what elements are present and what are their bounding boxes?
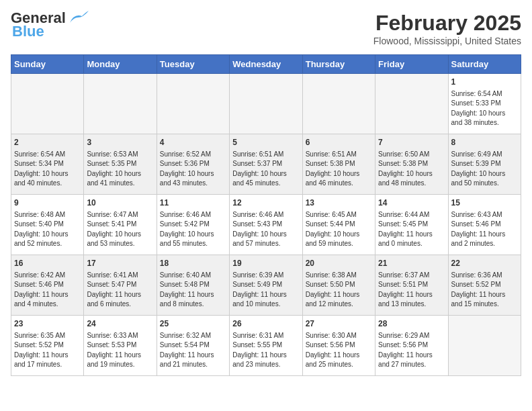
day-number: 9 xyxy=(14,197,81,209)
calendar-cell xyxy=(448,316,521,376)
day-info: Sunrise: 6:45 AM Sunset: 5:44 PM Dayligh… xyxy=(306,210,372,249)
day-number: 6 xyxy=(306,137,372,148)
calendar-cell: 15Sunrise: 6:43 AM Sunset: 5:46 PM Dayli… xyxy=(448,195,521,255)
calendar-cell: 2Sunrise: 6:54 AM Sunset: 5:34 PM Daylig… xyxy=(11,134,84,195)
day-info: Sunrise: 6:33 AM Sunset: 5:53 PM Dayligh… xyxy=(87,331,153,370)
day-number: 20 xyxy=(306,258,372,269)
day-info: Sunrise: 6:30 AM Sunset: 5:56 PM Dayligh… xyxy=(306,331,372,370)
day-info: Sunrise: 6:51 AM Sunset: 5:37 PM Dayligh… xyxy=(232,150,299,189)
calendar-cell: 18Sunrise: 6:40 AM Sunset: 5:48 PM Dayli… xyxy=(157,255,229,316)
day-info: Sunrise: 6:53 AM Sunset: 5:35 PM Dayligh… xyxy=(87,150,153,189)
page-header: General Blue February 2025 Flowood, Miss… xyxy=(11,11,521,46)
calendar-cell: 17Sunrise: 6:41 AM Sunset: 5:47 PM Dayli… xyxy=(84,255,157,316)
day-number: 8 xyxy=(451,137,518,148)
day-info: Sunrise: 6:50 AM Sunset: 5:38 PM Dayligh… xyxy=(378,150,445,189)
day-number: 15 xyxy=(451,197,518,209)
day-info: Sunrise: 6:31 AM Sunset: 5:55 PM Dayligh… xyxy=(232,331,299,370)
calendar-cell: 9Sunrise: 6:48 AM Sunset: 5:40 PM Daylig… xyxy=(11,195,84,255)
calendar-cell: 22Sunrise: 6:36 AM Sunset: 5:52 PM Dayli… xyxy=(448,255,521,316)
month-title: February 2025 xyxy=(373,11,521,36)
day-info: Sunrise: 6:36 AM Sunset: 5:52 PM Dayligh… xyxy=(451,271,518,310)
day-number: 17 xyxy=(87,258,153,269)
day-number: 1 xyxy=(451,77,518,88)
day-info: Sunrise: 6:41 AM Sunset: 5:47 PM Dayligh… xyxy=(87,271,153,310)
day-number: 2 xyxy=(14,137,81,148)
day-number: 18 xyxy=(160,258,226,269)
calendar-week-row: 23Sunrise: 6:35 AM Sunset: 5:52 PM Dayli… xyxy=(11,316,521,376)
calendar-cell: 1Sunrise: 6:54 AM Sunset: 5:33 PM Daylig… xyxy=(448,74,521,134)
calendar-cell: 7Sunrise: 6:50 AM Sunset: 5:38 PM Daylig… xyxy=(375,134,448,195)
calendar-cell xyxy=(84,74,157,134)
day-number: 16 xyxy=(14,258,81,269)
calendar-cell: 21Sunrise: 6:37 AM Sunset: 5:51 PM Dayli… xyxy=(375,255,448,316)
day-info: Sunrise: 6:32 AM Sunset: 5:54 PM Dayligh… xyxy=(160,331,226,370)
logo: General Blue xyxy=(11,11,89,40)
calendar-cell: 14Sunrise: 6:44 AM Sunset: 5:45 PM Dayli… xyxy=(375,195,448,255)
day-number: 3 xyxy=(87,137,153,148)
calendar-cell: 12Sunrise: 6:46 AM Sunset: 5:43 PM Dayli… xyxy=(230,195,302,255)
calendar-cell: 10Sunrise: 6:47 AM Sunset: 5:41 PM Dayli… xyxy=(84,195,157,255)
calendar-cell: 4Sunrise: 6:52 AM Sunset: 5:36 PM Daylig… xyxy=(157,134,229,195)
calendar-cell xyxy=(157,74,229,134)
day-number: 7 xyxy=(378,137,445,148)
weekday-header-sunday: Sunday xyxy=(11,55,84,74)
day-number: 4 xyxy=(160,137,226,148)
calendar-cell: 28Sunrise: 6:29 AM Sunset: 5:56 PM Dayli… xyxy=(375,316,448,376)
logo-bird-icon xyxy=(67,11,89,26)
weekday-header-thursday: Thursday xyxy=(302,55,375,74)
calendar-cell: 8Sunrise: 6:49 AM Sunset: 5:39 PM Daylig… xyxy=(448,134,521,195)
calendar-cell xyxy=(230,74,302,134)
weekday-header-tuesday: Tuesday xyxy=(157,55,229,74)
day-info: Sunrise: 6:51 AM Sunset: 5:38 PM Dayligh… xyxy=(306,150,372,189)
day-info: Sunrise: 6:54 AM Sunset: 5:34 PM Dayligh… xyxy=(14,150,81,189)
title-block: February 2025 Flowood, Mississippi, Unit… xyxy=(373,11,521,46)
calendar-cell: 23Sunrise: 6:35 AM Sunset: 5:52 PM Dayli… xyxy=(11,316,84,376)
day-info: Sunrise: 6:29 AM Sunset: 5:56 PM Dayligh… xyxy=(378,331,445,370)
day-number: 21 xyxy=(378,258,445,269)
calendar-cell xyxy=(302,74,375,134)
day-info: Sunrise: 6:38 AM Sunset: 5:50 PM Dayligh… xyxy=(306,271,372,310)
weekday-header-friday: Friday xyxy=(375,55,448,74)
calendar-week-row: 2Sunrise: 6:54 AM Sunset: 5:34 PM Daylig… xyxy=(11,134,521,195)
calendar-cell: 26Sunrise: 6:31 AM Sunset: 5:55 PM Dayli… xyxy=(230,316,302,376)
day-number: 11 xyxy=(160,197,226,209)
day-number: 22 xyxy=(451,258,518,269)
day-number: 27 xyxy=(306,318,372,330)
day-info: Sunrise: 6:43 AM Sunset: 5:46 PM Dayligh… xyxy=(451,210,518,249)
day-info: Sunrise: 6:46 AM Sunset: 5:43 PM Dayligh… xyxy=(232,210,299,249)
day-info: Sunrise: 6:46 AM Sunset: 5:42 PM Dayligh… xyxy=(160,210,226,249)
day-number: 26 xyxy=(232,318,299,330)
day-info: Sunrise: 6:39 AM Sunset: 5:49 PM Dayligh… xyxy=(232,271,299,310)
calendar-cell: 19Sunrise: 6:39 AM Sunset: 5:49 PM Dayli… xyxy=(230,255,302,316)
day-info: Sunrise: 6:54 AM Sunset: 5:33 PM Dayligh… xyxy=(451,89,518,128)
calendar-cell xyxy=(11,74,84,134)
calendar-cell: 25Sunrise: 6:32 AM Sunset: 5:54 PM Dayli… xyxy=(157,316,229,376)
calendar-cell: 13Sunrise: 6:45 AM Sunset: 5:44 PM Dayli… xyxy=(302,195,375,255)
logo-blue: Blue xyxy=(12,23,44,40)
location: Flowood, Mississippi, United States xyxy=(373,36,521,46)
day-info: Sunrise: 6:42 AM Sunset: 5:46 PM Dayligh… xyxy=(14,271,81,310)
calendar-cell: 24Sunrise: 6:33 AM Sunset: 5:53 PM Dayli… xyxy=(84,316,157,376)
day-info: Sunrise: 6:44 AM Sunset: 5:45 PM Dayligh… xyxy=(378,210,445,249)
day-info: Sunrise: 6:49 AM Sunset: 5:39 PM Dayligh… xyxy=(451,150,518,189)
day-number: 13 xyxy=(306,197,372,209)
calendar-cell: 11Sunrise: 6:46 AM Sunset: 5:42 PM Dayli… xyxy=(157,195,229,255)
calendar-cell: 16Sunrise: 6:42 AM Sunset: 5:46 PM Dayli… xyxy=(11,255,84,316)
day-number: 23 xyxy=(14,318,81,330)
calendar-table: SundayMondayTuesdayWednesdayThursdayFrid… xyxy=(11,54,521,376)
day-number: 5 xyxy=(232,137,299,148)
day-info: Sunrise: 6:37 AM Sunset: 5:51 PM Dayligh… xyxy=(378,271,445,310)
day-info: Sunrise: 6:52 AM Sunset: 5:36 PM Dayligh… xyxy=(160,150,226,189)
day-number: 14 xyxy=(378,197,445,209)
day-number: 10 xyxy=(87,197,153,209)
day-number: 28 xyxy=(378,318,445,330)
calendar-week-row: 9Sunrise: 6:48 AM Sunset: 5:40 PM Daylig… xyxy=(11,195,521,255)
weekday-header-saturday: Saturday xyxy=(448,55,521,74)
weekday-header-monday: Monday xyxy=(84,55,157,74)
day-info: Sunrise: 6:35 AM Sunset: 5:52 PM Dayligh… xyxy=(14,331,81,370)
calendar-cell: 6Sunrise: 6:51 AM Sunset: 5:38 PM Daylig… xyxy=(302,134,375,195)
calendar-week-row: 1Sunrise: 6:54 AM Sunset: 5:33 PM Daylig… xyxy=(11,74,521,134)
day-number: 19 xyxy=(232,258,299,269)
weekday-header-wednesday: Wednesday xyxy=(230,55,302,74)
calendar-header-row: SundayMondayTuesdayWednesdayThursdayFrid… xyxy=(11,55,521,74)
